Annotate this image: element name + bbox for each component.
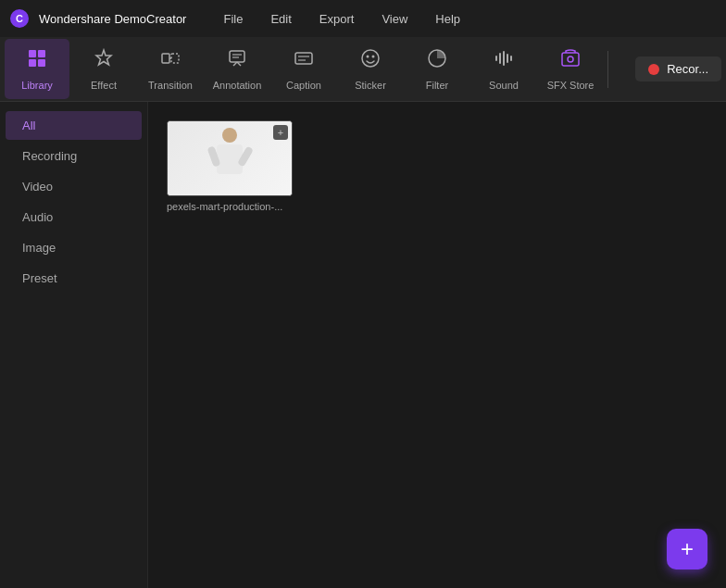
toolbar-divider (607, 51, 608, 88)
tool-annotation-label: Annotation (213, 80, 262, 91)
svg-rect-9 (230, 51, 244, 62)
tool-sticker[interactable]: Sticker (338, 39, 403, 99)
sidebar-item-image[interactable]: Image (6, 233, 142, 262)
sidebar-item-all[interactable]: All (6, 111, 142, 140)
sticker-icon (359, 47, 382, 75)
sidebar-item-video[interactable]: Video (6, 172, 142, 201)
sidebar-item-preset[interactable]: Preset (6, 264, 142, 293)
svg-rect-2 (29, 50, 36, 57)
menu-export[interactable]: Export (310, 8, 364, 30)
tool-sticker-label: Sticker (355, 80, 386, 91)
media-name: pexels-mart-production-... (167, 201, 293, 212)
menu-edit[interactable]: Edit (261, 8, 300, 30)
main-area: All Recording Video Audio Image Preset (0, 102, 726, 588)
media-item[interactable]: + pexels-mart-production-... (167, 120, 293, 212)
tool-sound-label: Sound (489, 80, 519, 91)
tool-filter-label: Filter (426, 80, 448, 91)
sidebar: All Recording Video Audio Image Preset (0, 102, 148, 588)
tool-annotation[interactable]: Annotation (205, 39, 269, 99)
tool-caption-label: Caption (286, 80, 321, 91)
app-title: Wondershare DemoCreator (39, 12, 186, 26)
svg-rect-3 (38, 50, 45, 57)
media-add-icon[interactable]: + (273, 125, 288, 140)
sfx-store-icon (559, 47, 582, 75)
fab-icon: + (681, 536, 694, 562)
record-button[interactable]: Recor... (635, 56, 721, 81)
menu-help[interactable]: Help (426, 8, 469, 30)
tool-filter[interactable]: Filter (405, 39, 469, 99)
tool-library[interactable]: Library (5, 39, 69, 99)
svg-point-17 (362, 50, 379, 67)
svg-point-27 (568, 56, 573, 62)
menu-view[interactable]: View (372, 8, 417, 30)
sidebar-item-audio[interactable]: Audio (6, 203, 142, 231)
sound-icon (493, 47, 515, 75)
library-icon (26, 47, 48, 75)
tool-transition-label: Transition (148, 80, 193, 91)
record-dot (648, 64, 659, 75)
person-head (222, 128, 237, 143)
svg-point-18 (367, 56, 369, 58)
tool-sfx-store-label: SFX Store (547, 80, 595, 91)
person-figure (207, 126, 253, 191)
filter-icon (426, 47, 448, 75)
svg-rect-6 (162, 54, 169, 63)
titlebar: C Wondershare DemoCreator File Edit Expo… (0, 0, 726, 37)
tool-sfx-store[interactable]: SFX Store (538, 39, 603, 99)
svg-text:C: C (16, 13, 23, 24)
caption-icon (293, 47, 315, 75)
svg-point-19 (372, 56, 375, 58)
effect-icon (93, 47, 115, 75)
tool-effect-label: Effect (91, 80, 117, 91)
media-thumbnail: + (167, 120, 293, 196)
tool-library-label: Library (21, 80, 53, 91)
transition-icon (159, 47, 182, 75)
toolbar: Library Effect Transition (0, 37, 726, 102)
app-logo: C (9, 8, 30, 29)
svg-rect-14 (295, 53, 312, 64)
fab-button[interactable]: + (667, 529, 707, 569)
svg-rect-26 (562, 53, 579, 66)
svg-rect-4 (29, 59, 36, 67)
svg-rect-5 (38, 59, 45, 67)
svg-rect-7 (171, 54, 179, 63)
tool-caption[interactable]: Caption (271, 39, 336, 99)
sidebar-item-recording[interactable]: Recording (6, 142, 142, 170)
tool-sound[interactable]: Sound (471, 39, 536, 99)
record-label: Recor... (667, 62, 708, 76)
annotation-icon (226, 47, 248, 75)
tool-transition[interactable]: Transition (138, 39, 203, 99)
tool-effect[interactable]: Effect (71, 39, 136, 99)
content-area: + pexels-mart-production-... + (148, 102, 726, 588)
menu-file[interactable]: File (214, 8, 252, 30)
